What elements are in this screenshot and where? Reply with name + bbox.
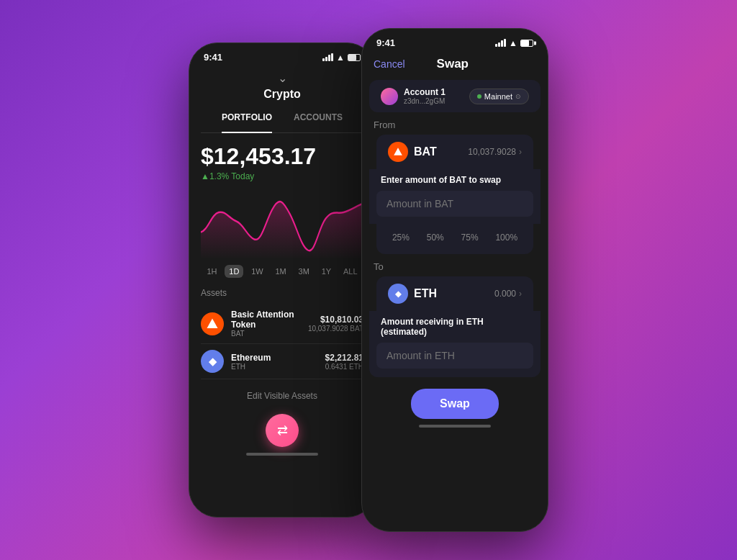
tab-accounts[interactable]: ACCOUNTS (294, 112, 343, 127)
swap-title: Swap (437, 57, 469, 71)
bat-ticker: BAT (231, 330, 301, 338)
filter-1h[interactable]: 1H (202, 265, 221, 278)
to-token-row[interactable]: ◆ ETH 0.000 › (376, 276, 533, 311)
mainnet-dot-icon (477, 94, 481, 99)
swap-button[interactable]: Swap (411, 389, 499, 419)
tabs-row: PORTFOLIO ACCOUNTS (201, 112, 363, 133)
eth-amount-input[interactable] (376, 343, 533, 369)
pct-75-button[interactable]: 75% (454, 230, 486, 245)
to-section: ◆ ETH 0.000 › Amount receiving in ETH (e… (369, 276, 541, 377)
chevron-down-icon[interactable]: ⌄ (201, 71, 363, 85)
eth-balance-chevron-icon: › (519, 289, 522, 299)
filter-3m[interactable]: 3M (294, 265, 314, 278)
receiving-eth-label: Amount receiving in ETH (estimated) (369, 311, 541, 340)
swap-fab-button[interactable]: ⇄ (266, 414, 299, 447)
time-filters: 1H 1D 1W 1M 3M 1Y ALL (201, 262, 363, 281)
status-icons-left: ▲ (322, 53, 361, 63)
eth-amount: 0.6431 ETH (325, 363, 363, 371)
filter-1w[interactable]: 1W (247, 265, 268, 278)
account-bar[interactable]: Account 1 z3dn...2gGM Mainnet ⊙ (369, 80, 541, 112)
account-info: Account 1 z3dn...2gGM (381, 87, 446, 105)
eth-ticker: ETH (231, 363, 318, 371)
account-address: z3dn...2gGM (404, 97, 446, 105)
bat-amount: 10,037.9028 BAT (308, 325, 363, 333)
signal-icon-right (495, 39, 506, 47)
eth-usd: $2,212.81 (325, 353, 363, 363)
edit-assets-button[interactable]: Edit Visible Assets (201, 382, 363, 410)
bat-icon (201, 312, 224, 335)
status-icons-right: ▲ (495, 38, 533, 48)
enter-bat-label: Enter amount of BAT to swap (369, 169, 541, 188)
eth-name: Ethereum (231, 353, 318, 363)
filter-1d[interactable]: 1D (225, 265, 243, 278)
pct-50-button[interactable]: 50% (420, 230, 451, 245)
app-title: Crypto (201, 88, 363, 101)
eth-icon: ◆ (201, 350, 224, 373)
eth-balance-value: 0.000 (494, 289, 516, 299)
portfolio-value: $12,453.17 (201, 143, 363, 170)
status-bar-left: 9:41 ▲ (189, 43, 375, 66)
pct-25-button[interactable]: 25% (385, 230, 417, 245)
account-details: Account 1 z3dn...2gGM (404, 87, 446, 105)
battery-icon-right (520, 40, 533, 47)
eth-token-symbol: ETH (414, 287, 437, 300)
wifi-icon-right: ▲ (509, 38, 517, 48)
account-name: Account 1 (404, 87, 446, 97)
mainnet-label: Mainnet (484, 92, 512, 101)
filter-1m[interactable]: 1M (271, 265, 290, 278)
portfolio-chart (201, 187, 363, 259)
percent-buttons-row: 25% 50% 75% 100% (376, 224, 533, 254)
tab-portfolio[interactable]: PORTFOLIO (222, 112, 272, 133)
status-time-left: 9:41 (204, 52, 222, 63)
home-indicator-left (246, 453, 318, 456)
battery-icon-left (348, 54, 361, 61)
svg-marker-1 (394, 148, 402, 155)
bat-token-symbol: BAT (414, 145, 437, 158)
bat-token-info: BAT (388, 142, 437, 162)
mainnet-badge[interactable]: Mainnet ⊙ (469, 89, 529, 104)
bat-amount-input[interactable] (376, 191, 533, 217)
bat-values: $10,810.03 10,037.9028 BAT (308, 315, 363, 333)
portfolio-change: ▲1.3% Today (201, 171, 363, 181)
from-label: From (362, 112, 548, 135)
signal-icon-left (322, 53, 333, 61)
eth-balance[interactable]: 0.000 › (494, 289, 522, 299)
phone-right: 9:41 ▲ Cancel Swap (361, 28, 548, 532)
filter-all[interactable]: ALL (339, 265, 362, 278)
eth-values: $2,212.81 0.6431 ETH (325, 353, 363, 371)
bat-usd: $10,810.03 (308, 315, 363, 325)
eth-input-wrapper (369, 340, 541, 377)
svg-marker-0 (207, 318, 218, 328)
portfolio-header: ⌄ Crypto (201, 66, 363, 107)
bat-balance-value: 10,037.9028 (468, 147, 516, 157)
eth-info: Ethereum ETH (231, 353, 318, 371)
cancel-button[interactable]: Cancel (374, 58, 405, 70)
bat-name: Basic Attention Token (231, 310, 301, 330)
status-time-right: 9:41 (376, 37, 395, 48)
mainnet-chevron-icon: ⊙ (515, 93, 521, 100)
status-bar-right: 9:41 ▲ (362, 29, 548, 51)
wifi-icon-left: ▲ (336, 53, 345, 63)
filter-1y[interactable]: 1Y (317, 265, 335, 278)
bat-balance-chevron-icon: › (519, 147, 522, 157)
from-section: BAT 10,037.9028 › Enter amount of BAT to… (369, 135, 541, 254)
home-indicator-right (419, 425, 491, 428)
account-avatar (381, 88, 398, 105)
asset-eth[interactable]: ◆ Ethereum ETH $2,212.81 0.6431 ETH (201, 344, 363, 379)
eth-token-icon: ◆ (388, 284, 408, 304)
bat-input-wrapper (369, 188, 541, 224)
bat-balance[interactable]: 10,037.9028 › (468, 147, 522, 157)
pct-100-button[interactable]: 100% (488, 230, 525, 245)
bat-token-icon (388, 142, 408, 162)
bat-info: Basic Attention Token BAT (231, 310, 301, 338)
to-label: To (362, 254, 548, 276)
eth-token-info: ◆ ETH (388, 284, 437, 304)
asset-bat[interactable]: Basic Attention Token BAT $10,810.03 10,… (201, 304, 363, 344)
assets-section-label: Assets (201, 288, 363, 298)
phone-left: 9:41 ▲ ⌄ Crypto (189, 42, 376, 518)
swap-header: Cancel Swap (362, 51, 548, 80)
from-token-row[interactable]: BAT 10,037.9028 › (376, 135, 533, 169)
